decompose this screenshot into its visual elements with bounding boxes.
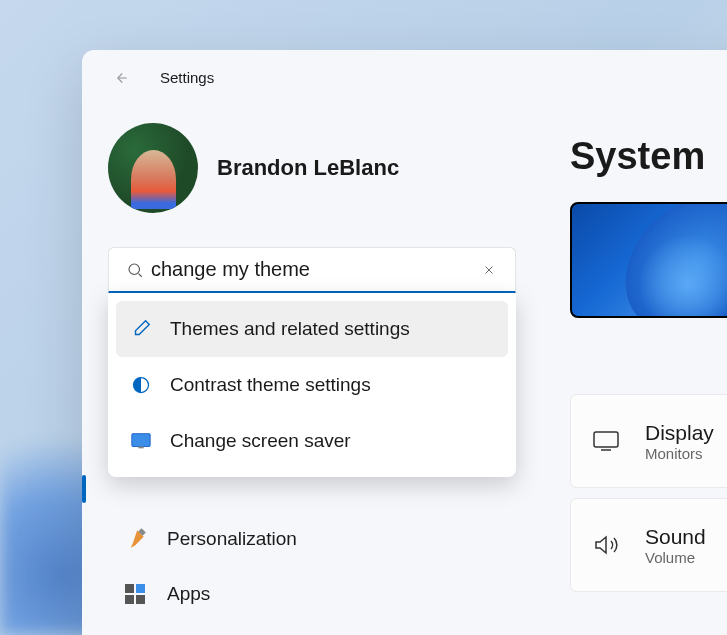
setting-label: Sound — [645, 525, 706, 549]
window-title: Settings — [160, 69, 214, 86]
setting-sound[interactable]: Sound Volume — [570, 498, 727, 592]
nav-personalization[interactable]: Personalization — [108, 511, 516, 566]
sidebar: Brandon LeBlanc — [82, 105, 542, 635]
svg-rect-7 — [136, 595, 145, 604]
active-nav-indicator — [82, 475, 86, 503]
svg-point-0 — [129, 264, 140, 275]
svg-rect-3 — [138, 447, 144, 449]
svg-rect-2 — [132, 434, 150, 447]
suggestion-contrast[interactable]: Contrast theme settings — [116, 357, 508, 413]
contrast-icon — [130, 374, 152, 396]
search-input[interactable] — [151, 258, 473, 281]
search-icon — [119, 254, 151, 286]
screensaver-icon — [130, 430, 152, 452]
setting-sublabel: Monitors — [645, 445, 714, 462]
nav-label: Apps — [167, 583, 210, 605]
suggestion-screensaver[interactable]: Change screen saver — [116, 413, 508, 469]
suggestion-label: Change screen saver — [170, 430, 351, 452]
nav-label: Personalization — [167, 528, 297, 550]
svg-rect-5 — [136, 584, 145, 593]
titlebar: Settings — [82, 50, 727, 105]
main-content: System Display Monitors Sound Volume — [542, 105, 727, 635]
setting-label: Display — [645, 421, 714, 445]
suggestion-label: Contrast theme settings — [170, 374, 371, 396]
profile-name: Brandon LeBlanc — [217, 155, 399, 181]
svg-rect-6 — [125, 595, 134, 604]
close-icon — [482, 263, 496, 277]
profile-section[interactable]: Brandon LeBlanc — [108, 123, 516, 213]
nav-list: Personalization Apps — [108, 511, 516, 621]
back-button[interactable] — [108, 66, 132, 90]
avatar — [108, 123, 198, 213]
search-suggestions: Themes and related settings Contrast the… — [108, 293, 516, 477]
paint-icon — [122, 526, 148, 552]
page-title: System — [570, 135, 727, 178]
suggestion-themes[interactable]: Themes and related settings — [116, 301, 508, 357]
svg-rect-4 — [125, 584, 134, 593]
volume-icon — [591, 530, 621, 560]
search-box — [108, 247, 516, 293]
apps-icon — [122, 581, 148, 607]
brush-icon — [130, 318, 152, 340]
nav-apps[interactable]: Apps — [108, 566, 516, 621]
clear-search-button[interactable] — [473, 254, 505, 286]
setting-display[interactable]: Display Monitors — [570, 394, 727, 488]
setting-sublabel: Volume — [645, 549, 706, 566]
desktop-preview[interactable] — [570, 202, 727, 318]
back-arrow-icon — [111, 69, 129, 87]
svg-rect-8 — [594, 432, 618, 447]
suggestion-label: Themes and related settings — [170, 318, 410, 340]
settings-window: Settings Brandon LeBlanc — [82, 50, 727, 635]
monitor-icon — [591, 426, 621, 456]
